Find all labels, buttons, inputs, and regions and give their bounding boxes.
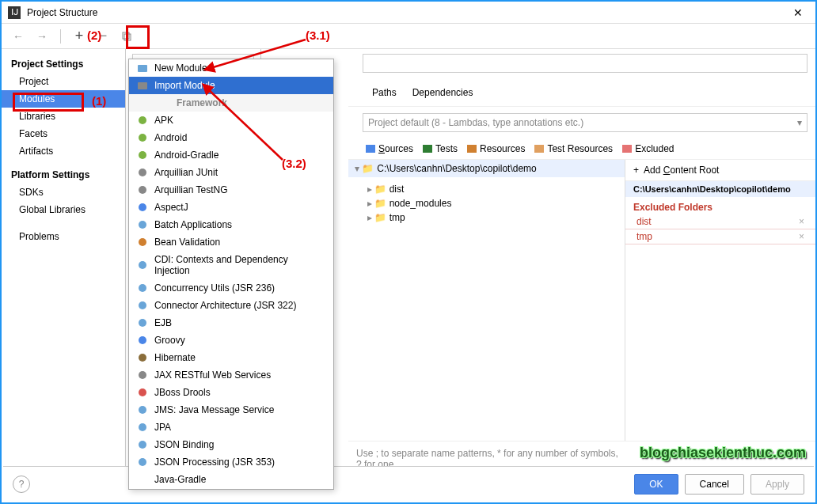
mark-lbl: Excluded [635, 143, 674, 154]
popup-item[interactable]: Android-Gradle [129, 146, 333, 164]
tree-item[interactable]: ▸ 📁 tmp [355, 210, 618, 225]
mark-excluded[interactable]: Excluded [622, 143, 674, 154]
svg-point-24 [139, 441, 146, 449]
add-root-label: Add Content Root [644, 165, 719, 176]
popup-item-label: JAX RESTful Web Services [154, 369, 271, 381]
framework-icon [137, 387, 148, 398]
popup-item[interactable]: JSON Processing (JSR 353) [129, 453, 333, 471]
cancel-button[interactable]: Cancel [685, 474, 744, 495]
svg-point-23 [139, 423, 146, 431]
tree-item[interactable]: ▸ 📁 node_modules [355, 196, 618, 210]
popup-item-label: Groovy [154, 335, 185, 346]
mark-lbl: Test Resources [547, 143, 613, 154]
sidebar-item-sdks[interactable]: SDKs [2, 184, 125, 201]
popup-item[interactable]: JavaEE Application [129, 488, 333, 490]
popup-item[interactable]: JSON Binding [129, 436, 333, 453]
add-button[interactable]: + [70, 28, 88, 45]
popup-section-label: Framework [129, 94, 333, 112]
framework-icon [137, 404, 148, 415]
framework-icon [137, 369, 148, 381]
popup-item[interactable]: Bean Validation [129, 233, 333, 251]
remove-icon[interactable]: × [799, 216, 804, 227]
popup-item[interactable]: Arquillian JUnit [129, 164, 333, 181]
popup-item-label: CDI: Contexts and Dependency Injection [154, 254, 325, 276]
popup-item[interactable]: Concurrency Utils (JSR 236) [129, 279, 333, 297]
sidebar-item-artifacts[interactable]: Artifacts [2, 142, 125, 160]
popup-item-label: APK [154, 115, 173, 126]
popup-item-label: Batch Applications [154, 219, 232, 230]
framework-icon [137, 317, 148, 328]
framework-icon [137, 150, 148, 161]
remove-icon[interactable]: × [799, 231, 804, 242]
content-split: ▾ 📁C:\Users\canhn\Desktop\copilot\demo ▸… [348, 160, 815, 441]
sidebar-item-global-libraries[interactable]: Global Libraries [2, 201, 125, 218]
svg-rect-3 [124, 34, 131, 40]
popup-item-label: Import Module [154, 80, 215, 91]
popup-item[interactable]: AspectJ [129, 199, 333, 216]
framework-icon [137, 352, 148, 363]
popup-item[interactable]: JAX RESTful Web Services [129, 366, 333, 384]
window-title: Project Structure [27, 7, 787, 18]
chevron-down-icon: ▾ [797, 117, 802, 128]
language-level-dropdown[interactable]: Project default (8 - Lambdas, type annot… [363, 113, 808, 132]
popup-item-label: Arquillian TestNG [154, 184, 227, 195]
mark-test-resources[interactable]: Test Resources [534, 143, 613, 154]
sidebar-item-libraries[interactable]: Libraries [2, 108, 125, 125]
mark-sources[interactable]: Sources [366, 143, 413, 154]
remove-button[interactable]: − [94, 28, 112, 45]
popup-item-label: Connector Architecture (JSR 322) [154, 300, 296, 311]
sidebar-item-facets[interactable]: Facets [2, 125, 125, 142]
popup-item[interactable]: Android [129, 129, 333, 146]
sidebar-item-problems[interactable]: Problems [2, 228, 125, 245]
popup-item-label: JPA [154, 422, 171, 433]
tree-item[interactable]: ▸ 📁 dist [355, 182, 618, 196]
source-folders-tree[interactable]: ▾ 📁C:\Users\canhn\Desktop\copilot\demo ▸… [348, 160, 625, 441]
back-button[interactable]: ← [10, 28, 27, 45]
popup-item[interactable]: APK [129, 112, 333, 129]
tab-paths[interactable]: Paths [372, 87, 397, 101]
bottom-bar: ? OK Cancel Apply [3, 466, 814, 501]
selected-path[interactable]: ▾ 📁C:\Users\canhn\Desktop\copilot\demo [348, 160, 625, 177]
module-tabs: Paths Dependencies [348, 82, 815, 107]
help-icon[interactable]: ? [13, 476, 30, 493]
ok-button[interactable]: OK [634, 474, 678, 495]
popup-item-label: Java-Gradle [154, 474, 206, 485]
popup-item[interactable]: Batch Applications [129, 216, 333, 233]
excluded-item[interactable]: dist× [625, 214, 815, 229]
popup-item-label: Android-Gradle [154, 150, 218, 161]
mark-tests[interactable]: Tests [423, 143, 458, 154]
popup-item[interactable]: Groovy [129, 332, 333, 349]
content-root-path[interactable]: C:\Users\canhn\Desktop\copilot\demo [625, 181, 815, 197]
popup-item[interactable]: CDI: Contexts and Dependency Injection [129, 251, 333, 279]
svg-point-7 [139, 134, 146, 142]
popup-item[interactable]: JPA [129, 419, 333, 436]
popup-item[interactable]: Java-Gradle [129, 471, 333, 488]
app-icon: IJ [8, 6, 21, 19]
module-name-input[interactable] [363, 54, 808, 73]
popup-item[interactable]: Connector Architecture (JSR 322) [129, 297, 333, 314]
framework-icon [137, 237, 148, 248]
popup-item[interactable]: Import Module [129, 77, 333, 94]
sidebar-item-modules[interactable]: Modules [2, 90, 125, 108]
popup-item[interactable]: Hibernate [129, 349, 333, 366]
add-content-root-button[interactable]: + Add Content Root [625, 160, 815, 181]
sidebar-item-project[interactable]: Project [2, 73, 125, 90]
framework-icon [137, 282, 148, 294]
close-icon[interactable]: ✕ [787, 6, 809, 19]
mark-resources[interactable]: Resources [467, 143, 525, 154]
popup-item[interactable]: New Module [129, 59, 333, 77]
popup-item[interactable]: JBoss Drools [129, 384, 333, 401]
popup-item[interactable]: Arquillian TestNG [129, 181, 333, 199]
excluded-item[interactable]: tmp× [625, 229, 815, 244]
apply-button[interactable]: Apply [750, 474, 804, 495]
framework-icon [137, 422, 148, 433]
svg-point-8 [139, 151, 146, 159]
framework-icon [137, 474, 148, 485]
popup-item[interactable]: JMS: Java Message Service [129, 401, 333, 419]
forward-button[interactable]: → [33, 28, 51, 45]
popup-item-label: Android [154, 132, 187, 143]
copy-button[interactable] [118, 28, 135, 45]
popup-item[interactable]: EJB [129, 314, 333, 332]
section-header: Project Settings [2, 55, 125, 73]
tab-dependencies[interactable]: Dependencies [412, 87, 473, 101]
